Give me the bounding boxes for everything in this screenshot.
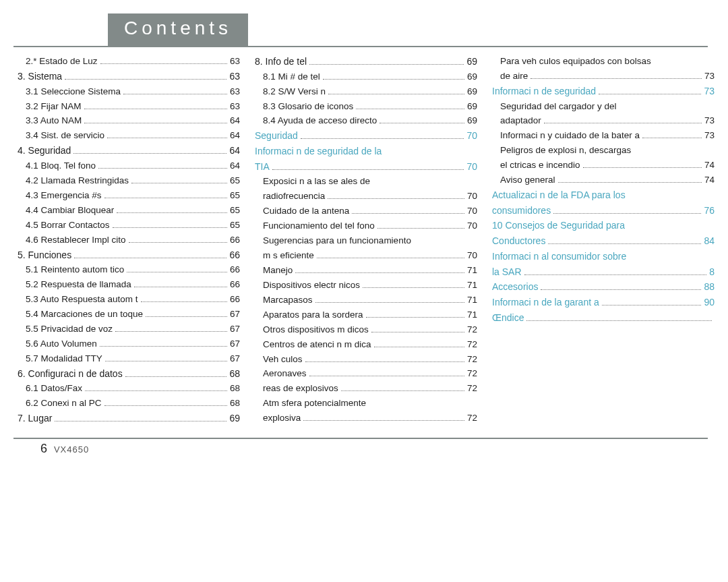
toc-label: 4.2 Llamada Restringidas bbox=[26, 174, 129, 188]
toc-leader bbox=[309, 64, 464, 65]
toc-columns: 2.* Estado de Luz633. Sistema633.1 Selec… bbox=[0, 47, 728, 427]
toc-page: 67 bbox=[230, 322, 240, 337]
toc-entry: 4.1 Bloq. Tel fono64 bbox=[13, 159, 240, 173]
toc-page: 66 bbox=[230, 293, 240, 307]
toc-page: 72 bbox=[467, 367, 477, 381]
toc-label: Manejo bbox=[263, 264, 293, 278]
toc-leader bbox=[323, 79, 464, 80]
toc-label: 4.6 Restablecer Impl cito bbox=[26, 233, 126, 248]
toc-page: 64 bbox=[230, 114, 240, 128]
toc-leader bbox=[84, 123, 227, 123]
toc-leader bbox=[602, 305, 702, 305]
toc-page: 63 bbox=[230, 55, 240, 69]
toc-label: Aparatos para la sordera bbox=[263, 308, 363, 322]
toc-leader bbox=[541, 289, 701, 290]
toc-leader bbox=[530, 78, 702, 79]
toc-leader bbox=[524, 274, 707, 275]
toc-page: 70 bbox=[467, 190, 477, 204]
toc-leader bbox=[309, 376, 464, 376]
toc-label: 5.5 Privacidad de voz bbox=[26, 322, 113, 337]
toc-page: 72 bbox=[467, 338, 477, 352]
toc-page: 8 bbox=[709, 265, 715, 280]
toc-page: 76 bbox=[704, 204, 715, 219]
toc-column-2: 8. Info de tel698.1 Mi # de tel698.2 S/W… bbox=[245, 54, 483, 427]
toc-entry: adaptador73 bbox=[488, 114, 715, 128]
toc-leader bbox=[548, 243, 701, 244]
toc-entry: 5.1 Reintento autom tico66 bbox=[13, 263, 240, 277]
toc-entry: Informaci n y cuidado de la bater a73 bbox=[488, 129, 715, 143]
toc-page: 66 bbox=[230, 233, 240, 248]
toc-label: Conductores bbox=[492, 234, 545, 249]
toc-label: 5.7 Modalidad TTY bbox=[26, 352, 102, 366]
toc-label: 3.2 Fijar NAM bbox=[26, 100, 82, 114]
toc-entry: 8.4 Ayuda de acceso directo69 bbox=[251, 114, 477, 128]
toc-leader bbox=[73, 153, 226, 154]
toc-leader bbox=[303, 420, 464, 421]
toc-label: 6. Configuraci n de datos bbox=[18, 367, 123, 382]
toc-entry: 3.3 Auto NAM64 bbox=[13, 114, 240, 128]
toc-label: 5.2 Respuesta de llamada bbox=[26, 278, 131, 292]
toc-leader bbox=[583, 167, 702, 168]
toc-entry: Centros de atenci n m dica72 bbox=[251, 338, 477, 352]
toc-label: 3.1 Seleccione Sistema bbox=[26, 85, 121, 99]
toc-entry: 2.* Estado de Luz63 bbox=[13, 55, 240, 69]
toc-entry: 3.4 Sist. de servicio64 bbox=[13, 129, 240, 143]
toc-page: 71 bbox=[467, 308, 477, 322]
page-number: 6 bbox=[40, 442, 47, 455]
toc-leader bbox=[366, 317, 464, 318]
toc-entry: 6.2 Conexi n al PC68 bbox=[13, 397, 240, 411]
toc-page: 88 bbox=[704, 280, 715, 295]
toc-page: 72 bbox=[467, 353, 477, 367]
toc-leader bbox=[104, 405, 227, 406]
toc-label: 3.4 Sist. de servicio bbox=[26, 129, 104, 143]
toc-entry: 7. Lugar69 bbox=[13, 411, 240, 426]
toc-label: 5.4 Marcaciones de un toque bbox=[26, 308, 143, 322]
toc-entry: 5. Funciones66 bbox=[13, 248, 240, 263]
toc-entry: reas de explosivos72 bbox=[251, 382, 477, 396]
toc-entry: 4.3 Emergencia #s65 bbox=[13, 189, 240, 203]
toc-label: 8.2 S/W Versi n bbox=[263, 85, 326, 99]
toc-leader bbox=[129, 242, 227, 243]
toc-page: 71 bbox=[467, 264, 477, 278]
toc-entry: Aviso general74 bbox=[488, 173, 715, 187]
toc-column-3: Para veh culos equipados con bolsasde ai… bbox=[483, 54, 720, 427]
toc-leader bbox=[544, 123, 702, 123]
toc-leader bbox=[107, 138, 227, 138]
toc-leader bbox=[131, 183, 227, 183]
toc-leader bbox=[100, 63, 227, 64]
toc-leader bbox=[113, 227, 227, 228]
toc-page: 71 bbox=[467, 293, 477, 308]
toc-page: 63 bbox=[229, 69, 240, 84]
toc-page: 70 bbox=[467, 204, 477, 219]
toc-leader bbox=[301, 138, 464, 139]
toc-label: Informaci n de la garant a bbox=[492, 295, 599, 310]
toc-entry: 5.7 Modalidad TTY67 bbox=[13, 352, 240, 366]
toc-leader bbox=[377, 228, 464, 229]
toc-page: 70 bbox=[467, 219, 477, 233]
toc-leader bbox=[295, 272, 464, 273]
toc-entry: consumidores76 bbox=[488, 204, 715, 219]
toc-label: Peligros de explosi n, descargas bbox=[500, 144, 631, 158]
toc-label: Para veh culos equipados con bolsas bbox=[500, 55, 651, 69]
toc-leader bbox=[599, 94, 701, 94]
toc-entry: 4.4 Cambiar Bloquear65 bbox=[13, 204, 240, 218]
toc-entry: Peligros de explosi n, descargas bbox=[488, 144, 715, 158]
toc-label: Dispositivos electr nicos bbox=[263, 279, 360, 293]
toc-label: 4.3 Emergencia #s bbox=[26, 189, 102, 203]
toc-entry: Funcionamiento del tel fono70 bbox=[251, 219, 477, 233]
toc-label: Informaci n de seguridad de la bbox=[255, 144, 382, 159]
toc-entry: Seguridad del cargador y del bbox=[488, 100, 715, 114]
toc-label: reas de explosivos bbox=[263, 382, 338, 396]
toc-entry: Informaci n al consumidor sobre bbox=[488, 250, 715, 264]
toc-label: m s eficiente bbox=[263, 249, 314, 263]
toc-leader bbox=[356, 109, 464, 109]
toc-entry: Atm sfera potencialmente bbox=[251, 397, 477, 411]
toc-entry: Informaci n de la garant a90 bbox=[488, 295, 715, 310]
toc-label: Aeronaves bbox=[263, 367, 307, 381]
toc-label: Funcionamiento del tel fono bbox=[263, 219, 375, 233]
toc-label: 5.3 Auto Respuesta autom t bbox=[26, 293, 138, 307]
toc-entry: Seguridad70 bbox=[251, 129, 477, 144]
toc-label: 8.1 Mi # de tel bbox=[263, 70, 320, 84]
toc-entry: Conductores84 bbox=[488, 234, 715, 249]
toc-label: adaptador bbox=[500, 114, 541, 128]
